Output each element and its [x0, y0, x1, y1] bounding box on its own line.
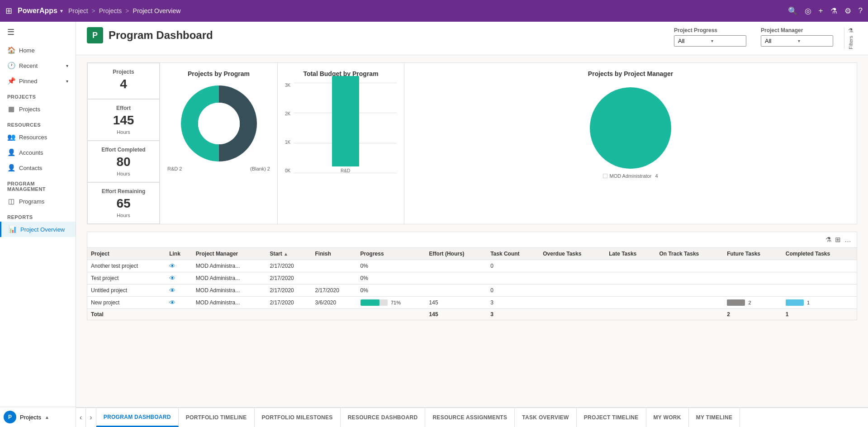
cell-link[interactable]: 👁: [166, 284, 192, 296]
target-icon[interactable]: ◎: [805, 6, 811, 16]
filter-project-manager: Project Manager All ▾: [761, 27, 833, 47]
hamburger-icon[interactable]: ☰: [0, 22, 76, 43]
tab-portfolio-milestones[interactable]: PORTFOLIO MILESTONES: [255, 408, 341, 427]
page-title: Program Dashboard: [109, 29, 213, 42]
tab-next-button[interactable]: ›: [86, 408, 96, 427]
stat-projects: Projects 4: [87, 63, 160, 99]
tab-prev-button[interactable]: ‹: [76, 408, 86, 427]
cell-effort: [426, 260, 487, 272]
brand-dropdown-icon[interactable]: ▾: [60, 8, 63, 14]
tab-portfolio-timeline[interactable]: PORTFOLIO TIMELINE: [179, 408, 255, 427]
page-icon: P: [87, 27, 103, 43]
expand-toolbar-icon[interactable]: ⊞: [835, 236, 841, 244]
breadcrumb: Project > Projects > Project Overview: [68, 7, 180, 14]
sidebar-item-accounts[interactable]: 👤 Accounts: [0, 145, 76, 160]
donut-chart: [167, 83, 270, 164]
cell-link[interactable]: 👁: [166, 296, 192, 308]
cell-late: [605, 260, 655, 272]
filter-toolbar-icon[interactable]: ⚗: [825, 236, 831, 244]
apps-icon[interactable]: ⊞: [5, 6, 12, 16]
stat-effort-remaining-sub: Hours: [95, 213, 152, 218]
section-program-management: Program Management: [0, 176, 76, 194]
y-label-3k: 3K: [285, 83, 290, 88]
col-progress: Progress: [357, 248, 426, 260]
cell-link[interactable]: 👁: [166, 272, 192, 284]
link-icon[interactable]: 👁: [169, 287, 175, 294]
sidebar-item-resources[interactable]: 👥 Resources: [0, 129, 76, 145]
sidebar-item-label: Recent: [19, 62, 38, 69]
cell-manager: MOD Administra...: [192, 296, 266, 308]
sidebar-item-programs[interactable]: ◫ Programs: [0, 194, 76, 209]
col-on-track: On Track Tasks: [655, 248, 723, 260]
cell-future: 2: [723, 296, 782, 308]
bar-chart-grid: R&D: [294, 83, 397, 173]
sidebar-item-label: Contacts: [19, 165, 42, 171]
cell-start: 2/17/2020: [266, 272, 311, 284]
tab-my-work[interactable]: MY WORK: [646, 408, 689, 427]
col-link: Link: [166, 248, 192, 260]
filters-toggle-label: Filters: [848, 36, 854, 49]
tab-project-timeline[interactable]: PROJECT TIMELINE: [577, 408, 646, 427]
search-icon[interactable]: 🔍: [788, 6, 797, 16]
breadcrumb-project[interactable]: Project: [68, 7, 88, 14]
home-icon: 🏠: [7, 46, 15, 54]
pie-legend-label: MOD Administrator: [609, 173, 651, 179]
sidebar-item-project-overview[interactable]: 📊 Project Overview: [0, 222, 76, 237]
donut-chart-title: Projects by Program: [167, 70, 270, 77]
stats-column: Projects 4 Effort 145 Hours Effort Compl…: [87, 63, 160, 224]
cell-on-track: [655, 260, 723, 272]
sidebar-item-home[interactable]: 🏠 Home: [0, 43, 76, 58]
table-header-row: Project Link Project Manager Start ▲ Fin…: [87, 248, 857, 260]
more-toolbar-icon[interactable]: …: [844, 236, 851, 244]
help-icon[interactable]: ?: [859, 6, 863, 15]
programs-icon: ◫: [7, 197, 15, 205]
table-row: Untitled project 👁 MOD Administra... 2/1…: [87, 284, 857, 296]
tab-resource-dashboard[interactable]: RESOURCE DASHBOARD: [341, 408, 426, 427]
link-icon[interactable]: 👁: [169, 275, 175, 282]
tab-program-dashboard[interactable]: PROGRAM DASHBOARD: [96, 408, 179, 427]
cell-link[interactable]: 👁: [166, 260, 192, 272]
total-task-count: 3: [487, 308, 539, 320]
account-icon: 👤: [7, 148, 15, 157]
completed-value: 1: [807, 300, 810, 305]
filters-bar: P Program Dashboard Project Progress All…: [76, 22, 868, 55]
settings-icon[interactable]: ⚙: [844, 6, 851, 16]
filters-toggle-button[interactable]: ⚗ Filters: [844, 27, 857, 49]
sidebar-item-label: Projects: [19, 106, 40, 113]
link-icon[interactable]: 👁: [169, 262, 175, 270]
sidebar-item-recent[interactable]: 🕐 Recent ▾: [0, 58, 76, 73]
sidebar-item-pinned[interactable]: 📌 Pinned ▾: [0, 73, 76, 89]
link-icon[interactable]: 👁: [169, 299, 175, 306]
filter-project-manager-label: Project Manager: [761, 27, 833, 33]
filter-icon[interactable]: ⚗: [830, 6, 837, 16]
cell-start: 2/17/2020: [266, 260, 311, 272]
cell-manager: MOD Administra...: [192, 284, 266, 296]
stat-projects-title: Projects: [95, 69, 152, 75]
bar-rd-segment: [332, 76, 359, 166]
total-effort: 145: [426, 308, 487, 320]
stat-effort-remaining-value: 65: [95, 196, 152, 211]
cell-completed: [782, 260, 857, 272]
chevron-up-icon[interactable]: ▲: [45, 415, 49, 420]
sidebar-item-contacts[interactable]: 👤 Contacts: [0, 160, 76, 176]
table-row: Test project 👁 MOD Administra... 2/17/20…: [87, 272, 857, 284]
tab-task-overview[interactable]: TASK OVERVIEW: [515, 408, 576, 427]
cell-progress: 0%: [357, 284, 426, 296]
brand-name[interactable]: PowerApps: [18, 7, 57, 15]
cell-task-count: [487, 272, 539, 284]
tab-resource-assignments[interactable]: RESOURCE ASSIGNMENTS: [425, 408, 515, 427]
filter-project-manager-select[interactable]: All ▾: [761, 35, 833, 47]
col-project: Project: [87, 248, 166, 260]
stat-effort-title: Effort: [95, 105, 152, 111]
filter-project-progress-select[interactable]: All ▾: [674, 35, 746, 47]
sidebar-item-projects[interactable]: ▦ Projects: [0, 101, 76, 117]
recent-icon: 🕐: [7, 62, 15, 70]
breadcrumb-projects[interactable]: Projects: [99, 7, 122, 14]
cell-progress: 0%: [357, 260, 426, 272]
add-icon[interactable]: +: [819, 6, 823, 15]
filters-side: Project Progress All ▾ Project Manager A…: [674, 27, 833, 47]
stat-effort-completed-title: Effort Completed: [95, 147, 152, 153]
svg-point-3: [590, 87, 671, 169]
tab-my-timeline[interactable]: MY TIMELINE: [689, 408, 740, 427]
main-content: P Program Dashboard Project Progress All…: [76, 22, 868, 427]
